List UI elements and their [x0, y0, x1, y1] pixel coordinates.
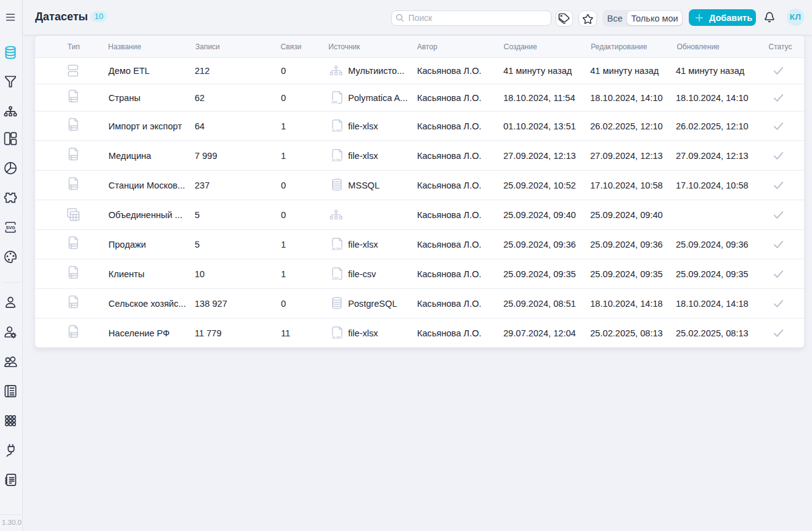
- svg-text:SVG: SVG: [6, 225, 15, 230]
- svg-text:API: API: [331, 101, 338, 105]
- svg-text:CSV: CSV: [331, 277, 339, 281]
- svg-text:XLSX: XLSX: [331, 336, 341, 340]
- svg-text:XLSX: XLSX: [331, 159, 341, 163]
- svg-text:XLSX: XLSX: [331, 248, 341, 251]
- svg-text:XLSX: XLSX: [331, 129, 341, 133]
